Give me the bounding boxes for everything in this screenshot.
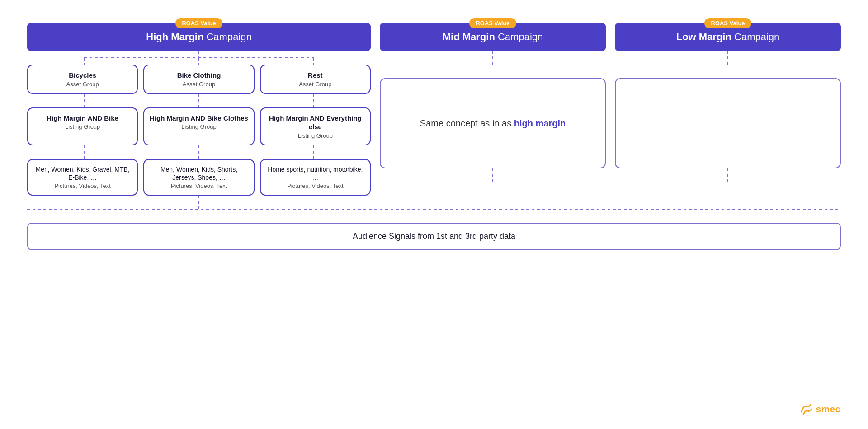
bike-clothing-asset-group: Bike Clothing Asset Group — [143, 65, 254, 94]
clothing-details-sub: Pictures, Videos, Text — [149, 182, 249, 189]
rest-details-box: Home sports, nutrition, motorbike, … Pic… — [260, 159, 371, 196]
high-margin-bold: High Margin — [146, 31, 203, 42]
bike-clothing-sub: Asset Group — [149, 81, 249, 88]
low-margin-bold: Low Margin — [676, 31, 731, 42]
bike-listing-name: High Margin AND Bike — [33, 114, 132, 123]
rest-asset-group: Rest Asset Group — [260, 65, 371, 94]
bike-clothes-listing-sub: Listing Group — [149, 123, 249, 130]
listing-to-details-connector — [27, 145, 371, 159]
low-bottom-connector — [615, 168, 841, 182]
bike-clothes-listing-name: High Margin AND Bike Clothes — [149, 114, 249, 123]
rest-name: Rest — [265, 71, 365, 80]
rest-details-name: Home sports, nutrition, motorbike, … — [265, 165, 365, 182]
top-section: ROAS Value High Margin Campaign — [27, 18, 841, 209]
audience-v-connector — [27, 210, 841, 223]
high-margin-roas-badge: ROAS Value — [175, 18, 222, 28]
high-margin-bottom-connector — [27, 196, 371, 209]
clothing-details-name: Men, Women, Kids, Shorts, Jerseys, Shoes… — [149, 165, 249, 182]
bike-clothes-listing-group: High Margin AND Bike Clothes Listing Gro… — [143, 107, 254, 145]
mid-margin-large-box: Same concept as in as high margin — [380, 78, 606, 168]
bicycles-sub: Asset Group — [33, 81, 132, 88]
bike-details-box: Men, Women, Kids, Gravel, MTB, E-Bike, …… — [27, 159, 138, 196]
smec-text: smec — [816, 404, 841, 415]
mid-margin-roas-badge: ROAS Value — [469, 18, 516, 28]
low-margin-large-box — [615, 78, 841, 168]
low-margin-rest: Campaign — [731, 31, 779, 42]
smec-icon-svg — [799, 402, 813, 416]
mid-margin-bold: Mid Margin — [443, 31, 495, 42]
everything-else-listing-group: High Margin AND Everything else Listing … — [260, 107, 371, 145]
asset-details-row: Men, Women, Kids, Gravel, MTB, E-Bike, …… — [27, 159, 371, 196]
bicycles-asset-group: Bicycles Asset Group — [27, 65, 138, 94]
bicycles-name: Bicycles — [33, 71, 132, 80]
mid-concept-text: Same concept as in as high margin — [420, 117, 566, 130]
mid-bottom-connector — [380, 168, 606, 182]
main-container: ROAS Value High Margin Campaign — [0, 0, 868, 429]
bike-details-name: Men, Women, Kids, Gravel, MTB, E-Bike, … — [33, 165, 132, 182]
everything-else-listing-sub: Listing Group — [265, 132, 365, 139]
smec-logo: smec — [799, 402, 841, 416]
rest-details-sub: Pictures, Videos, Text — [265, 182, 365, 189]
audience-signals-section: Audience Signals from 1st and 3rd party … — [27, 223, 841, 250]
bike-clothing-name: Bike Clothing — [149, 71, 249, 80]
header-to-asset-connector — [27, 51, 371, 65]
rest-sub: Asset Group — [265, 81, 365, 88]
mid-margin-rest: Campaign — [495, 31, 543, 42]
mid-low-columns: ROAS Value Mid Margin Campaign Same conc… — [380, 18, 841, 182]
bike-details-sub: Pictures, Videos, Text — [33, 182, 132, 189]
mid-concept-prefix: Same concept as in as — [420, 118, 514, 128]
high-margin-rest: Campaign — [203, 31, 251, 42]
audience-bar-label: Audience Signals from 1st and 3rd party … — [353, 232, 515, 241]
low-margin-roas-badge: ROAS Value — [704, 18, 751, 28]
asset-groups-row: Bicycles Asset Group Bike Clothing Asset… — [27, 65, 371, 94]
bike-listing-group: High Margin AND Bike Listing Group — [27, 107, 138, 145]
diagram-wrapper: ROAS Value High Margin Campaign — [27, 18, 841, 250]
high-margin-column: ROAS Value High Margin Campaign — [27, 18, 371, 209]
mid-concept-highlight: high margin — [514, 118, 566, 128]
asset-to-listing-connector — [27, 94, 371, 107]
everything-else-listing-name: High Margin AND Everything else — [265, 114, 365, 131]
clothing-details-box: Men, Women, Kids, Shorts, Jerseys, Shoes… — [143, 159, 254, 196]
low-header-connector — [615, 51, 841, 65]
low-margin-column: ROAS Value Low Margin Campaign — [615, 18, 841, 182]
mid-margin-column: ROAS Value Mid Margin Campaign Same conc… — [380, 18, 606, 182]
mid-header-connector — [380, 51, 606, 65]
listing-groups-row: High Margin AND Bike Listing Group High … — [27, 107, 371, 145]
bike-listing-sub: Listing Group — [33, 123, 132, 130]
audience-bar: Audience Signals from 1st and 3rd party … — [27, 223, 841, 250]
